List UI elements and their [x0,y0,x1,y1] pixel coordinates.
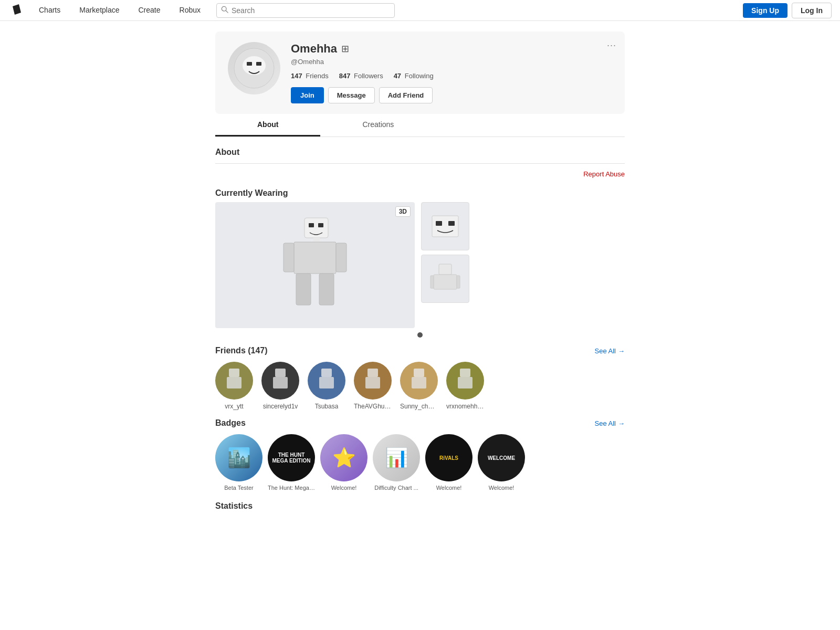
nav-charts[interactable]: Charts [29,0,70,21]
svg-rect-33 [460,369,470,377]
main-content: Omehha ⊞ @Omehha 147 Friends 847 Followe… [215,21,625,530]
svg-rect-14 [296,274,311,305]
wearing-3d-viewer: 3D [215,202,415,328]
svg-rect-5 [247,62,252,66]
search-bar[interactable] [216,3,395,18]
badge-item[interactable]: 📊 Difficulty Chart ... [373,434,420,491]
nav-create[interactable]: Create [129,0,170,21]
arrow-right-icon: → [618,347,625,355]
friend-avatar [261,362,299,400]
friend-avatar [215,362,253,400]
svg-line-2 [226,10,228,13]
arrow-right-icon-badges: → [618,419,625,427]
badge-item[interactable]: 🏙️ Beta Tester [215,434,262,491]
badge-label: Beta Tester [224,485,253,491]
svg-rect-23 [229,369,239,377]
svg-rect-9 [318,223,323,227]
badge-image: 🏙️ [215,434,262,481]
statistics-section: Statistics [215,501,625,511]
profile-tag-icon: ⊞ [341,43,349,55]
svg-rect-29 [368,369,378,377]
tab-about[interactable]: About [215,114,320,136]
svg-rect-28 [319,377,334,388]
more-options-button[interactable]: ··· [607,40,616,51]
badge-item[interactable]: RiVALS Welcome! [425,434,472,491]
carousel-dot-active [417,332,423,338]
svg-rect-18 [448,221,455,226]
statistics-title: Statistics [215,501,625,511]
wearing-grid: 3D [215,202,625,328]
friend-avatar [308,362,345,400]
tab-creations[interactable]: Creations [320,114,436,136]
signup-button[interactable]: Sign Up [743,3,788,18]
login-button[interactable]: Log In [792,3,832,18]
svg-rect-10 [313,238,320,242]
friends-see-all[interactable]: See All → [595,347,625,355]
search-icon [221,6,228,15]
wearing-thumb-body[interactable] [421,255,469,303]
followers-stat: 847 Followers [339,72,383,80]
badges-header: Badges See All → [215,418,625,428]
svg-rect-17 [436,221,442,226]
svg-rect-21 [430,276,434,288]
badge-image: THE HUNT MEGA EDITION [268,434,315,481]
profile-tabs: About Creations [215,114,625,137]
profile-name: Omehha [291,42,337,56]
friend-item[interactable]: Tsubasa [308,362,345,410]
badge-item[interactable]: WELCOME Welcome! [478,434,525,491]
profile-stats: 147 Friends 847 Followers 47 Following [291,72,612,80]
svg-rect-25 [275,369,286,377]
svg-rect-22 [457,276,460,288]
friend-name: TheAVGhuman [354,403,392,410]
svg-rect-19 [439,264,452,275]
badges-title: Badges [215,418,246,428]
carousel-dots [215,332,625,338]
friend-item[interactable]: TheAVGhuman [354,362,392,410]
friend-item[interactable]: vrx_ytt [215,362,253,410]
join-button[interactable]: Join [291,87,324,103]
friends-title: Friends (147) [215,346,268,355]
avatar [228,42,280,94]
badge-image: ⭐ [320,434,368,481]
wearing-thumb-face[interactable] [421,202,469,250]
friend-name: Tsubasa [315,403,339,410]
svg-rect-26 [273,377,288,388]
svg-rect-24 [227,377,242,388]
badge-label: Difficulty Chart ... [374,485,418,491]
add-friend-button[interactable]: Add Friend [379,87,433,103]
badge-label: The Hunt: Mega E... [268,485,315,491]
friend-name: Sunny_choner [400,403,438,410]
svg-rect-12 [284,243,294,272]
report-abuse-link[interactable]: Report Abuse [215,170,625,178]
nav-marketplace[interactable]: Marketplace [70,0,129,21]
badges-see-all[interactable]: See All → [595,419,625,427]
friend-name: sincerelyd1v [263,403,298,410]
friend-item[interactable]: vrxnomehhabl... [446,362,484,410]
friend-item[interactable]: sincerelyd1v [261,362,299,410]
message-button[interactable]: Message [328,87,375,103]
svg-rect-13 [336,243,346,272]
profile-name-row: Omehha ⊞ [291,42,612,56]
svg-rect-16 [432,216,458,237]
badges-section: Badges See All → 🏙️ Beta Tester THE HUNT… [215,418,625,491]
friends-header: Friends (147) See All → [215,346,625,355]
divider [215,163,625,164]
search-input[interactable] [232,6,390,15]
svg-rect-30 [365,377,380,388]
badge-item[interactable]: THE HUNT MEGA EDITION The Hunt: Mega E..… [268,434,315,491]
roblox-logo[interactable] [8,2,25,19]
badge-item[interactable]: ⭐ Welcome! [320,434,368,491]
currently-wearing-title: Currently Wearing [215,188,625,198]
friend-avatar [446,362,484,400]
wearing-thumbnails [421,202,469,303]
character-3d-svg [278,213,352,318]
friends-section: Friends (147) See All → vrx_ytt sincerel… [215,346,625,410]
svg-rect-31 [414,369,424,377]
profile-info: Omehha ⊞ @Omehha 147 Friends 847 Followe… [291,42,612,103]
nav-robux[interactable]: Robux [170,0,210,21]
currently-wearing-section: Currently Wearing 3D [215,188,625,338]
badge-label: Welcome! [489,485,514,491]
friend-item[interactable]: Sunny_choner [400,362,438,410]
svg-point-4 [243,56,266,75]
friend-name: vrx_ytt [225,403,243,410]
